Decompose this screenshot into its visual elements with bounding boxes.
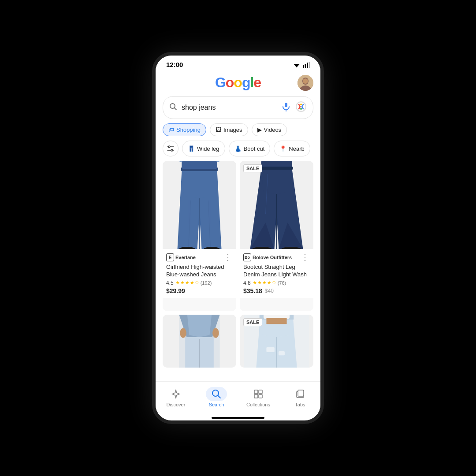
product-name-1: Girlfriend High-waisted Blue-washed Jean… [166, 264, 233, 279]
product-image-1 [163, 161, 236, 249]
svg-rect-5 [309, 62, 310, 68]
shopping-icon: 🏷 [168, 126, 174, 133]
home-indicator [212, 417, 264, 419]
svg-rect-41 [279, 351, 285, 355]
status-icons [293, 62, 310, 68]
more-button-1[interactable]: ⋮ [223, 253, 233, 262]
filter-wide-leg-label: Wide leg [197, 145, 219, 152]
filter-boot-cut-label: Boot cut [244, 145, 265, 152]
rating-num-1: 4.5 [166, 280, 174, 286]
svg-rect-51 [259, 394, 262, 398]
price-row-1: $29.99 [166, 287, 233, 294]
boot-cut-icon: 👗 [234, 145, 242, 152]
nav-tabs[interactable]: Tabs [283, 385, 318, 409]
filters-row: 👖 Wide leg 👗 Boot cut 📍 Nearb [156, 141, 320, 161]
tab-shopping[interactable]: 🏷 Shopping [163, 123, 206, 136]
rating-row-2: 4.8 ★★★★✩ (76) [243, 280, 310, 286]
product-image-3 [163, 315, 236, 368]
videos-icon: ▶ [257, 126, 262, 133]
svg-point-38 [212, 328, 219, 338]
phone-frame: 12:00 Google [152, 52, 324, 424]
filter-wide-leg[interactable]: 👖 Wide leg [182, 141, 225, 156]
svg-line-47 [218, 396, 221, 398]
lens-icon[interactable] [295, 101, 307, 114]
product-card-3[interactable] [163, 315, 236, 368]
header: Google [156, 71, 320, 93]
product-card-1[interactable]: E Everlane ⋮ Girlfriend High-waisted Blu… [163, 161, 236, 311]
svg-rect-24 [182, 161, 217, 169]
product-card-2[interactable]: SALE [240, 161, 313, 311]
price-2: $35.18 [243, 287, 262, 294]
rating-num-2: 4.8 [243, 280, 251, 286]
svg-point-16 [300, 108, 302, 110]
original-price-2: $40 [265, 288, 274, 294]
review-count-1: (192) [201, 280, 212, 286]
product-image-4: SALE [240, 315, 313, 368]
svg-point-20 [171, 149, 173, 151]
product-card-4[interactable]: SALE [240, 315, 313, 368]
svg-rect-2 [303, 65, 304, 68]
tab-images[interactable]: 🖼 Images [210, 123, 248, 136]
brand-logo-2: Bo Bolove Outfitters [243, 253, 292, 261]
svg-rect-50 [254, 394, 258, 398]
svg-rect-28 [217, 161, 219, 162]
price-row-2: $35.18 $40 [243, 287, 310, 294]
svg-rect-45 [266, 318, 286, 324]
tabs-icon [290, 387, 311, 401]
nav-search-label: Search [209, 402, 224, 407]
google-logo: Google [215, 74, 261, 91]
tab-videos[interactable]: ▶ Videos [252, 123, 287, 136]
microphone-icon[interactable] [281, 102, 291, 114]
nav-collections[interactable]: Collections [239, 385, 277, 409]
stars-2: ★★★★✩ [253, 280, 276, 286]
rating-row-1: 4.5 ★★★★✩ (192) [166, 280, 233, 286]
stars-1: ★★★★✩ [175, 280, 199, 286]
nav-discover[interactable]: Discover [158, 385, 193, 409]
more-button-2[interactable]: ⋮ [300, 253, 310, 262]
nav-collections-label: Collections [246, 402, 270, 407]
nearby-icon: 📍 [279, 145, 286, 152]
svg-rect-40 [266, 347, 274, 352]
filter-boot-cut[interactable]: 👗 Boot cut [229, 141, 271, 156]
brand-row-1: E Everlane ⋮ [166, 253, 233, 262]
svg-rect-12 [285, 103, 287, 107]
signal-icon [303, 62, 310, 68]
nav-discover-label: Discover [167, 402, 186, 407]
bottom-nav: Discover Search Collections [156, 381, 320, 414]
nav-tabs-label: Tabs [295, 402, 305, 407]
svg-rect-48 [254, 390, 258, 394]
product-name-2: Bootcut Straight Leg Denim Jeans Light W… [243, 264, 310, 279]
filter-nearby[interactable]: 📍 Nearb [274, 141, 310, 156]
price-1: $29.99 [166, 287, 185, 294]
svg-rect-53 [298, 390, 304, 396]
review-count-2: (76) [278, 280, 286, 286]
svg-rect-27 [180, 161, 182, 162]
svg-point-9 [303, 78, 308, 84]
content-area: Google shop [156, 71, 320, 381]
svg-rect-30 [260, 167, 293, 170]
discover-icon [165, 387, 186, 401]
filter-settings-button[interactable] [163, 141, 178, 156]
svg-rect-49 [259, 390, 262, 394]
svg-rect-3 [305, 64, 306, 68]
brand-row-2: Bo Bolove Outfitters ⋮ [243, 253, 310, 262]
svg-rect-4 [307, 63, 308, 68]
sale-badge-4: SALE [243, 318, 262, 326]
svg-point-15 [300, 104, 302, 105]
filter-nearby-label: Nearb [289, 145, 304, 152]
search-query: shop jeans [182, 104, 277, 112]
avatar[interactable] [298, 75, 313, 91]
sale-badge-2: SALE [243, 164, 262, 172]
search-nav-icon [206, 387, 227, 401]
status-bar: 12:00 [156, 56, 320, 71]
search-bar[interactable]: shop jeans [163, 96, 313, 119]
tab-shopping-label: Shopping [176, 126, 201, 133]
images-icon: 🖼 [216, 126, 221, 133]
svg-point-18 [168, 146, 170, 148]
wide-leg-icon: 👖 [188, 145, 195, 152]
search-tabs-row: 🏷 Shopping 🖼 Images ▶ Videos [156, 123, 320, 141]
nav-search[interactable]: Search [199, 385, 234, 409]
brand-icon-1: E [166, 253, 174, 261]
brand-logo-1: E Everlane [166, 253, 196, 261]
products-grid: E Everlane ⋮ Girlfriend High-waisted Blu… [156, 161, 320, 381]
